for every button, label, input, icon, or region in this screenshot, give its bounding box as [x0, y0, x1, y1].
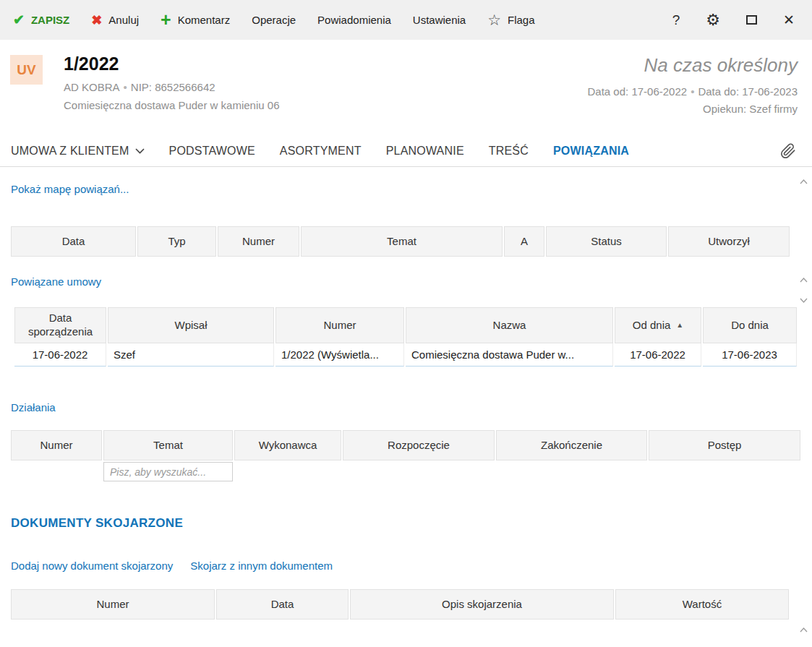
- associated-documents-heading: DOKUMENTY SKOJARZONE: [11, 516, 812, 531]
- notifications-menu[interactable]: Powiadomienia: [317, 14, 391, 26]
- tab-umowa-z-klientem[interactable]: UMOWA Z KLIENTEM: [11, 145, 145, 158]
- document-header: UV 1/2022 AD KOBRA•NIP: 8652566642 Comie…: [0, 40, 812, 136]
- toolbar: ✔ ZAPISZ ✖ Anuluj + Komentarz Operacje P…: [0, 0, 812, 40]
- cell-from-date: 17-06-2022: [615, 343, 701, 367]
- scroll-up-arrow[interactable]: [800, 174, 808, 187]
- column-header[interactable]: Data: [216, 589, 349, 620]
- checkmark-icon: ✔: [13, 13, 25, 27]
- cancel-button-label: Anuluj: [108, 14, 139, 26]
- caretaker: Opiekun: Szef firmy: [588, 103, 798, 115]
- save-button[interactable]: ✔ ZAPISZ: [13, 13, 69, 27]
- gear-icon[interactable]: ⚙: [706, 11, 720, 30]
- column-header[interactable]: Numer: [275, 307, 404, 343]
- separator-dot: •: [124, 81, 127, 93]
- notifications-label: Powiadomienia: [317, 14, 391, 26]
- maximize-button[interactable]: [746, 15, 757, 25]
- close-button[interactable]: ✕: [783, 12, 795, 28]
- associated-documents-table: Numer Data Opis skojarzenia Wartość: [11, 589, 812, 620]
- column-header[interactable]: A: [504, 226, 544, 257]
- contract-duration-type: Na czas określony: [588, 54, 798, 77]
- chevron-down-icon: [135, 148, 145, 154]
- comment-button-label: Komentarz: [178, 14, 231, 26]
- column-header-label: Od dnia: [633, 319, 671, 333]
- doc-type-badge: UV: [10, 55, 43, 85]
- show-relations-map-link[interactable]: Pokaż mapę powiązań...: [11, 183, 129, 195]
- flag-button[interactable]: ☆ Flaga: [487, 12, 534, 27]
- related-documents-table: Data Typ Numer Temat A Status Utworzył: [11, 226, 812, 257]
- cell-date: 17-06-2022: [14, 343, 106, 367]
- cell-author: Szef: [108, 343, 274, 367]
- column-header[interactable]: Zakończenie: [496, 430, 647, 460]
- separator-dot: •: [691, 85, 694, 98]
- tab-tresc[interactable]: TREŚĆ: [489, 145, 529, 158]
- date-to: Data do: 17-06-2023: [698, 85, 798, 98]
- tab-bar: UMOWA Z KLIENTEM PODSTAWOWE ASORTYMENT P…: [0, 136, 812, 167]
- tab-planowanie[interactable]: PLANOWANIE: [386, 145, 464, 158]
- document-subject: Comiesięczna dostawa Puder w kamieniu 06: [64, 99, 279, 111]
- operations-menu[interactable]: Operacje: [252, 14, 296, 26]
- tab-podstawowe[interactable]: PODSTAWOWE: [169, 145, 255, 158]
- settings-menu[interactable]: Ustawienia: [413, 14, 466, 26]
- tab-label: UMOWA Z KLIENTEM: [11, 145, 129, 158]
- column-header[interactable]: Typ: [137, 226, 216, 257]
- scroll-up-arrow[interactable]: [800, 622, 808, 635]
- paperclip-icon: [780, 143, 796, 159]
- table-row[interactable]: 17-06-2022 Szef 1/2022 (Wyświetla... Com…: [14, 343, 812, 367]
- column-header[interactable]: Wartość: [615, 589, 789, 620]
- column-header[interactable]: Utworzył: [668, 226, 790, 257]
- column-header[interactable]: Data sporządzenia: [14, 307, 106, 343]
- flag-button-label: Flaga: [508, 14, 535, 26]
- column-header[interactable]: Do dnia: [703, 307, 797, 343]
- operations-label: Operacje: [252, 14, 296, 26]
- activities-table: Numer Temat Wykonawca Rozpoczęcie Zakońc…: [11, 430, 812, 481]
- scroll-up-arrow[interactable]: [800, 273, 808, 286]
- plus-icon: +: [161, 11, 171, 29]
- help-button[interactable]: ?: [672, 12, 680, 28]
- column-header[interactable]: Temat: [301, 226, 503, 257]
- cell-number: 1/2022 (Wyświetla...: [275, 343, 404, 367]
- date-from: Data od: 17-06-2022: [588, 85, 688, 98]
- scroll-down-arrow[interactable]: [800, 643, 808, 647]
- column-header[interactable]: Numer: [11, 589, 215, 620]
- column-header[interactable]: Postęp: [649, 430, 800, 460]
- column-header[interactable]: Opis skojarzenia: [350, 589, 614, 620]
- column-header[interactable]: Wpisał: [108, 307, 274, 343]
- cancel-button[interactable]: ✖ Anuluj: [91, 14, 139, 27]
- column-header[interactable]: Numer: [11, 430, 102, 460]
- document-number: 1/2022: [64, 53, 279, 74]
- star-icon: ☆: [487, 12, 501, 27]
- activities-link[interactable]: Działania: [11, 401, 56, 414]
- associate-with-other-document-link[interactable]: Skojarz z innym dokumentem: [190, 560, 333, 572]
- column-header[interactable]: Nazwa: [406, 307, 613, 343]
- sort-asc-icon: ▲: [676, 321, 683, 330]
- settings-label: Ustawienia: [413, 14, 466, 26]
- add-associated-document-link[interactable]: Dodaj nowy dokument skojarzony: [11, 560, 173, 572]
- client-name: AD KOBRA: [64, 81, 120, 93]
- cell-to-date: 17-06-2023: [703, 343, 797, 367]
- search-input[interactable]: [103, 462, 233, 481]
- comment-button[interactable]: + Komentarz: [161, 11, 230, 29]
- column-header[interactable]: Status: [546, 226, 667, 257]
- cell-name: Comiesięczna dostawa Puder w...: [406, 343, 613, 367]
- column-header[interactable]: Wykonawca: [234, 430, 341, 460]
- tab-asortyment[interactable]: ASORTYMENT: [280, 145, 362, 158]
- tab-powiazania[interactable]: POWIĄZANIA: [553, 145, 629, 158]
- client-nip: NIP: 8652566642: [131, 81, 215, 93]
- column-header[interactable]: Data: [11, 226, 136, 257]
- column-header[interactable]: Temat: [103, 430, 233, 460]
- attachments-button[interactable]: [780, 143, 796, 159]
- powiazania-panel: Pokaż mapę powiązań... Data Typ Numer Te…: [0, 167, 812, 620]
- column-header[interactable]: Rozpoczęcie: [343, 430, 495, 460]
- column-header[interactable]: Numer: [218, 226, 299, 257]
- related-contracts-table: Data sporządzenia Wpisał Numer Nazwa Od …: [11, 307, 812, 367]
- scroll-down-arrow[interactable]: [800, 293, 808, 306]
- related-contracts-link[interactable]: Powiązane umowy: [11, 275, 101, 288]
- save-button-label: ZAPISZ: [31, 14, 69, 26]
- cancel-x-icon: ✖: [91, 14, 102, 27]
- window-controls: ? ⚙ ✕: [672, 11, 795, 30]
- column-header-sorted[interactable]: Od dnia ▲: [615, 307, 701, 343]
